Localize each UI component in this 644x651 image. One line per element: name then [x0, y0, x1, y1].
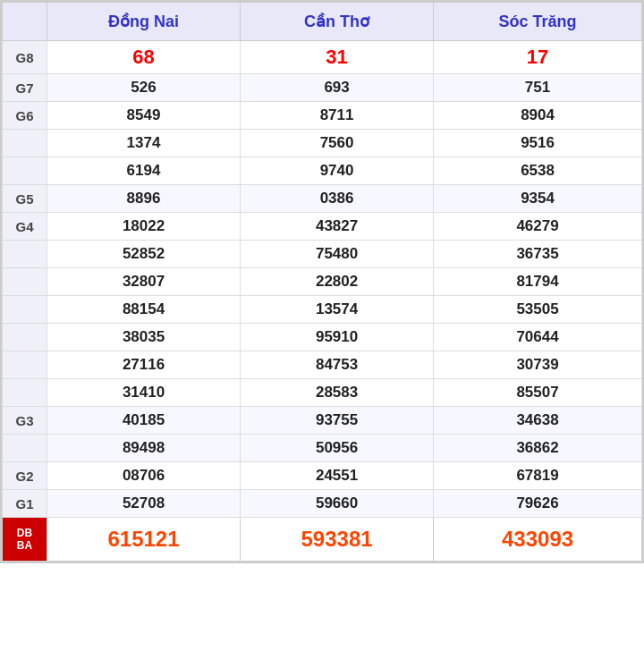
row-value: 08706 [47, 462, 241, 490]
header-can-tho: Cần Thơ [241, 3, 434, 41]
row-value: 75480 [241, 241, 434, 268]
row-label: G2 [3, 462, 47, 490]
row-value: 693 [241, 74, 434, 102]
row-value: 68 [47, 41, 241, 74]
header-soc-trang: Sóc Trăng [434, 3, 642, 41]
table-row: G1527085966079626 [3, 490, 642, 518]
row-value: 9354 [434, 185, 642, 213]
row-value: 70644 [434, 324, 642, 351]
row-value: 95910 [241, 324, 434, 351]
db-text: DB [17, 527, 32, 539]
row-value: 6194 [47, 157, 241, 185]
table-row: G8683117 [3, 41, 642, 74]
row-value: 43827 [241, 213, 434, 241]
header-label [3, 3, 47, 41]
row-value: 36735 [434, 241, 642, 268]
row-value: 31 [241, 41, 434, 74]
row-value: 27116 [47, 351, 241, 379]
footer-value-1: 615121 [47, 518, 241, 562]
row-value: 32807 [47, 268, 241, 296]
table-row: G7526693751 [3, 74, 642, 102]
row-value: 17 [434, 41, 642, 74]
row-value: 8904 [434, 102, 642, 130]
footer-label: DB BA [3, 518, 47, 562]
row-value: 9740 [241, 157, 434, 185]
row-value: 93755 [241, 407, 434, 435]
table-row: 894985095636862 [3, 435, 642, 462]
row-label [3, 379, 47, 407]
row-value: 7560 [241, 130, 434, 157]
row-value: 88154 [47, 296, 241, 324]
table-row: G2087062455167819 [3, 462, 642, 490]
row-value: 31410 [47, 379, 241, 407]
row-value: 0386 [241, 185, 434, 213]
row-label: G3 [3, 407, 47, 435]
row-value: 67819 [434, 462, 642, 490]
db-logo: DB BA [12, 523, 38, 556]
row-label: G5 [3, 185, 47, 213]
table-row: 271168475330739 [3, 351, 642, 379]
footer-value-2: 593381 [241, 518, 434, 562]
row-value: 13574 [241, 296, 434, 324]
row-value: 81794 [434, 268, 642, 296]
table-row: 881541357453505 [3, 296, 642, 324]
row-value: 85507 [434, 379, 642, 407]
table-row: G6854987118904 [3, 102, 642, 130]
ba-text: BA [17, 539, 32, 552]
lottery-table: Đồng Nai Cần Thơ Sóc Trăng G8683117G7526… [0, 0, 644, 563]
row-label: G4 [3, 213, 47, 241]
row-label [3, 241, 47, 268]
table-row: G4180224382746279 [3, 213, 642, 241]
row-label [3, 351, 47, 379]
row-value: 1374 [47, 130, 241, 157]
row-value: 526 [47, 74, 241, 102]
row-value: 30739 [434, 351, 642, 379]
table-row: 328072280281794 [3, 268, 642, 296]
row-value: 52708 [47, 490, 241, 518]
row-value: 24551 [241, 462, 434, 490]
row-label [3, 324, 47, 351]
row-value: 53505 [434, 296, 642, 324]
row-value: 79626 [434, 490, 642, 518]
table-row: 314102858385507 [3, 379, 642, 407]
table-row: G3401859375534638 [3, 407, 642, 435]
row-value: 6538 [434, 157, 642, 185]
row-value: 8549 [47, 102, 241, 130]
row-value: 36862 [434, 435, 642, 462]
row-label: G7 [3, 74, 47, 102]
header-dong-nai: Đồng Nai [47, 3, 241, 41]
row-value: 751 [434, 74, 642, 102]
row-value: 8896 [47, 185, 241, 213]
row-label [3, 268, 47, 296]
row-label: G1 [3, 490, 47, 518]
row-value: 28583 [241, 379, 434, 407]
row-value: 8711 [241, 102, 434, 130]
row-value: 22802 [241, 268, 434, 296]
row-value: 46279 [434, 213, 642, 241]
table-row: 619497406538 [3, 157, 642, 185]
row-label: G6 [3, 102, 47, 130]
row-label [3, 130, 47, 157]
row-label [3, 157, 47, 185]
table-row: 137475609516 [3, 130, 642, 157]
row-value: 84753 [241, 351, 434, 379]
footer-value-3: 433093 [434, 518, 642, 562]
row-label: G8 [3, 41, 47, 74]
row-value: 18022 [47, 213, 241, 241]
row-value: 50956 [241, 435, 434, 462]
row-label [3, 435, 47, 462]
table-row: 380359591070644 [3, 324, 642, 351]
row-value: 38035 [47, 324, 241, 351]
row-label [3, 296, 47, 324]
row-value: 52852 [47, 241, 241, 268]
row-value: 89498 [47, 435, 241, 462]
row-value: 40185 [47, 407, 241, 435]
row-value: 34638 [434, 407, 642, 435]
table-row: 528527548036735 [3, 241, 642, 268]
row-value: 59660 [241, 490, 434, 518]
row-value: 9516 [434, 130, 642, 157]
table-row: G5889603869354 [3, 185, 642, 213]
